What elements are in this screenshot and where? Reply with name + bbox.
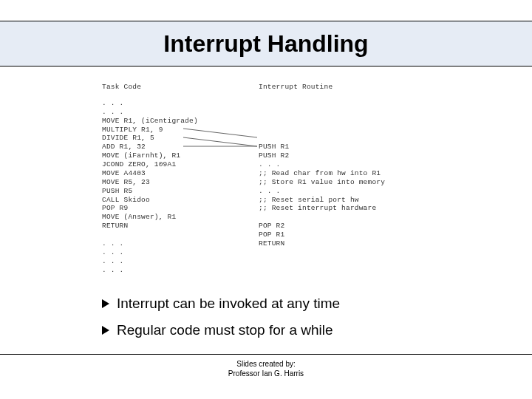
bullet-item: Interrupt can be invoked at any time [102, 296, 340, 312]
interrupt-routine-column: Interrupt Routine PUSH R1 PUSH R2 . . . … [259, 83, 385, 248]
footer-line2: Professor Ian G. Harris [0, 369, 532, 378]
interrupt-arrows [183, 129, 265, 173]
task-code-header: Task Code [102, 83, 198, 92]
bullet-text: Interrupt can be invoked at any time [117, 296, 340, 312]
interrupt-routine-body: PUSH R1 PUSH R2 . . . ;; Read char from … [259, 143, 385, 248]
footer-line1: Slides created by: [0, 359, 532, 369]
svg-line-0 [183, 129, 257, 137]
slide: Interrupt Handling Task Code. . . . . . … [0, 0, 532, 399]
title-band: Interrupt Handling [0, 21, 532, 66]
bullet-arrow-icon [102, 326, 109, 335]
task-code-body: . . . . . . MOVE R1, (iCentigrade) MULTI… [102, 99, 198, 274]
svg-line-1 [183, 137, 257, 146]
bullet-arrow-icon [102, 299, 109, 308]
interrupt-routine-header: Interrupt Routine [259, 83, 385, 92]
bullet-list: Interrupt can be invoked at any time Reg… [102, 296, 340, 349]
bullet-item: Regular code must stop for a while [102, 322, 340, 338]
code-diagram: Task Code. . . . . . MOVE R1, (iCentigra… [102, 83, 427, 282]
slide-title: Interrupt Handling [163, 30, 368, 58]
footer: Slides created by: Professor Ian G. Harr… [0, 354, 532, 378]
bullet-text: Regular code must stop for a while [117, 322, 333, 338]
